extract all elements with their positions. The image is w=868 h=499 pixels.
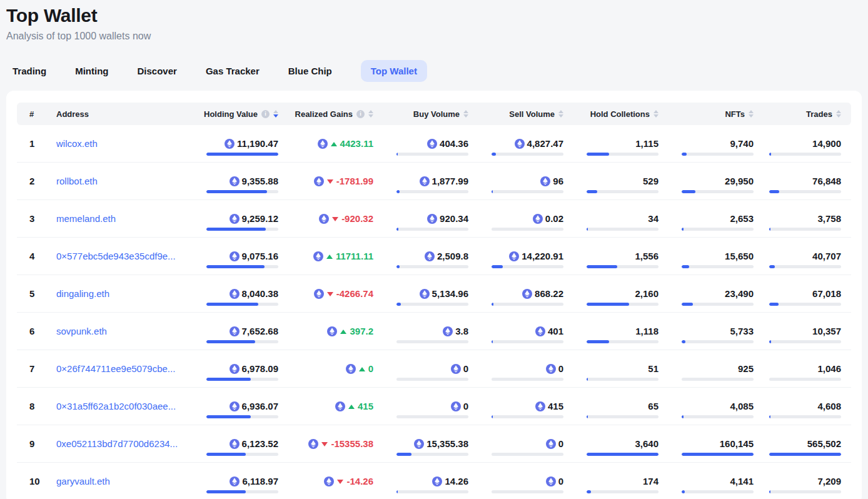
sell-volume-bar bbox=[492, 453, 563, 456]
sell-volume-bar bbox=[492, 340, 563, 343]
realized-gains-cell: -1781.99 bbox=[281, 163, 376, 199]
table-row: 1 wilcox.eth 11,190.47 4423.11 404.36 4,… bbox=[17, 125, 851, 163]
wallet-address-link[interactable]: wilcox.eth bbox=[56, 125, 186, 162]
trades-bar bbox=[769, 453, 841, 456]
eth-icon bbox=[327, 326, 337, 336]
hold-collections-cell: 3,640 bbox=[566, 425, 661, 462]
hold-collections-bar bbox=[587, 228, 659, 231]
hold-collections-cell: 51 bbox=[566, 350, 661, 387]
col-label-trades: Trades bbox=[806, 109, 832, 119]
buy-volume-bar bbox=[396, 303, 468, 306]
buy-volume-cell: 15,355.38 bbox=[376, 425, 471, 462]
nfts-bar bbox=[682, 490, 754, 493]
holding-value-bar bbox=[206, 340, 278, 343]
sell-volume-bar bbox=[492, 303, 563, 306]
eth-icon bbox=[425, 251, 435, 261]
holding-value-bar bbox=[206, 265, 278, 268]
eth-icon bbox=[432, 476, 442, 486]
rank-cell: 5 bbox=[17, 275, 56, 312]
info-icon[interactable]: i bbox=[356, 110, 365, 118]
nfts-cell: 15,650 bbox=[661, 238, 756, 275]
trades-bar bbox=[769, 190, 841, 193]
holding-value-cell: 11,190.47 bbox=[186, 125, 281, 162]
sell-volume-bar bbox=[492, 490, 563, 493]
col-header-holding-value[interactable]: Holding Value i bbox=[186, 109, 281, 119]
col-header-sell-volume[interactable]: Sell Volume bbox=[471, 109, 566, 119]
realized-gains-cell: 4423.11 bbox=[281, 125, 376, 162]
tab-trading[interactable]: Trading bbox=[13, 66, 46, 76]
nfts-cell: 4,141 bbox=[661, 463, 756, 499]
wallet-address-link[interactable]: memeland.eth bbox=[56, 200, 186, 237]
nfts-bar bbox=[682, 453, 754, 456]
buy-volume-cell: 3.8 bbox=[376, 313, 471, 350]
col-header-hold-collections[interactable]: Hold Colletions bbox=[566, 109, 661, 119]
eth-icon bbox=[230, 476, 240, 486]
sell-volume-cell: 96 bbox=[471, 163, 566, 199]
wallet-address-link[interactable]: rollbot.eth bbox=[56, 163, 186, 199]
col-header-buy-volume[interactable]: Buy Volume bbox=[376, 109, 471, 119]
tab-top-wallet[interactable]: Top Wallet bbox=[361, 60, 427, 82]
hold-collections-bar bbox=[587, 340, 659, 343]
sort-icon bbox=[558, 110, 563, 118]
page-title: Top Wallet bbox=[6, 5, 862, 26]
col-header-nfts[interactable]: NFTs bbox=[661, 109, 756, 119]
rank-cell: 7 bbox=[17, 350, 56, 387]
eth-icon bbox=[230, 251, 240, 261]
buy-volume-bar bbox=[396, 453, 468, 456]
realized-gains-cell: 11711.11 bbox=[281, 238, 376, 275]
holding-value-cell: 8,040.38 bbox=[186, 275, 281, 312]
tab-minting[interactable]: Minting bbox=[75, 66, 108, 76]
nfts-bar bbox=[682, 340, 754, 343]
wallet-address-link[interactable]: sovpunk.eth bbox=[56, 313, 186, 350]
tab-discover[interactable]: Discover bbox=[138, 66, 177, 76]
rank-cell: 3 bbox=[17, 200, 56, 237]
trades-bar bbox=[769, 415, 841, 418]
sell-volume-bar bbox=[492, 415, 563, 418]
trend-arrow-icon bbox=[348, 405, 355, 409]
col-header-rank: # bbox=[17, 109, 56, 119]
rank-cell: 2 bbox=[17, 163, 56, 199]
col-label-realized: Realized Gains bbox=[295, 109, 353, 119]
table-row: 4 0×577ebc5de943e35cdf9e... 9,075.16 117… bbox=[17, 238, 851, 275]
trend-arrow-icon bbox=[337, 480, 343, 484]
wallet-address-link[interactable]: garyvault.eth bbox=[56, 463, 186, 499]
col-header-realized-gains[interactable]: Realized Gains i bbox=[281, 109, 376, 119]
buy-volume-cell: 14.26 bbox=[376, 463, 471, 499]
trades-bar bbox=[769, 378, 841, 381]
trend-arrow-icon bbox=[332, 217, 338, 221]
holding-value-cell: 6,978.09 bbox=[186, 350, 281, 387]
holding-value-bar bbox=[206, 190, 278, 193]
eth-icon bbox=[230, 326, 240, 336]
holding-value-cell: 9,259.12 bbox=[186, 200, 281, 237]
wallet-address-link[interactable]: 0xe052113bd7d7700d6234... bbox=[56, 425, 186, 462]
holding-value-bar bbox=[206, 303, 278, 306]
buy-volume-bar bbox=[396, 190, 468, 193]
sell-volume-cell: 14,220.91 bbox=[471, 238, 566, 275]
tab-gas-tracker[interactable]: Gas Tracker bbox=[206, 66, 260, 76]
sell-volume-cell: 0 bbox=[471, 425, 566, 462]
col-header-trades[interactable]: Trades bbox=[756, 109, 851, 119]
trades-cell: 67,018 bbox=[756, 275, 851, 312]
tab-blue-chip[interactable]: Blue Chip bbox=[288, 66, 332, 76]
eth-icon bbox=[324, 476, 334, 486]
eth-icon bbox=[451, 401, 461, 411]
trend-arrow-icon bbox=[321, 442, 328, 446]
holding-value-cell: 6,123.52 bbox=[186, 425, 281, 462]
eth-icon bbox=[420, 289, 430, 299]
hold-collections-cell: 1,118 bbox=[566, 313, 661, 350]
eth-icon bbox=[546, 364, 556, 374]
sell-volume-cell: 0 bbox=[471, 350, 566, 387]
wallet-address-link[interactable]: 0×26f744711ee9e5079cbe... bbox=[56, 350, 186, 387]
nfts-bar bbox=[682, 415, 754, 418]
eth-icon bbox=[225, 139, 235, 149]
buy-volume-bar bbox=[396, 153, 468, 156]
wallet-address-link[interactable]: 0×577ebc5de943e35cdf9e... bbox=[56, 238, 186, 275]
nfts-bar bbox=[682, 265, 754, 268]
table-row: 9 0xe052113bd7d7700d6234... 6,123.52 -15… bbox=[17, 425, 851, 463]
eth-icon bbox=[535, 326, 545, 336]
wallet-address-link[interactable]: 0×31a5ff62a1b2c0f030aee... bbox=[56, 388, 186, 425]
info-icon[interactable]: i bbox=[261, 110, 270, 118]
wallet-address-link[interactable]: dingaling.eth bbox=[56, 275, 186, 312]
nfts-cell: 4,085 bbox=[661, 388, 756, 425]
trades-bar bbox=[769, 303, 841, 306]
